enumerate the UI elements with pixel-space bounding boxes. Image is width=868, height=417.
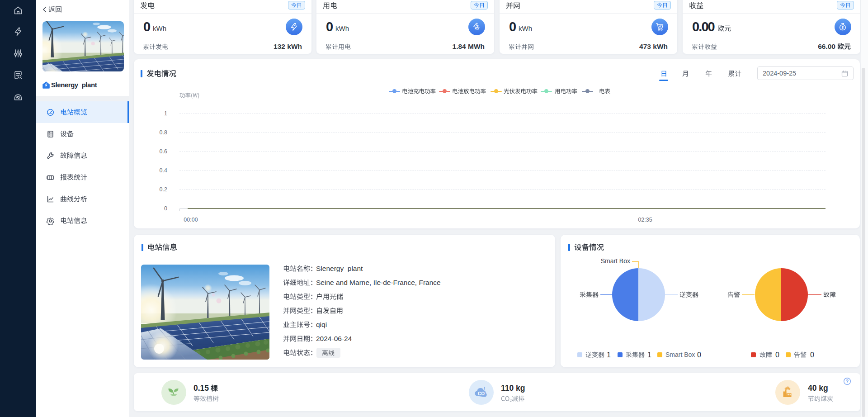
- svg-text:?: ?: [846, 379, 849, 384]
- svg-text:CO: CO: [478, 391, 485, 396]
